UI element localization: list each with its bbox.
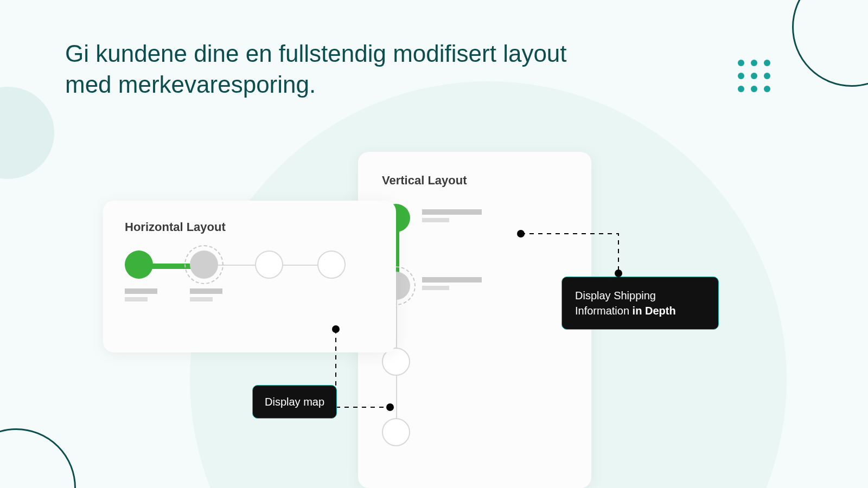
vertical-node-label-placeholder bbox=[422, 277, 482, 290]
callout-shipping-depth: Display Shipping Information in Depth bbox=[561, 277, 719, 330]
deco-blob bbox=[0, 87, 54, 179]
horizontal-node-current bbox=[190, 251, 218, 279]
vertical-node-pending bbox=[382, 418, 410, 446]
horizontal-node-label-placeholder bbox=[190, 288, 222, 301]
horizontal-tracker bbox=[125, 251, 374, 316]
callout-text-line1: Display Shipping bbox=[575, 290, 656, 301]
vertical-connector bbox=[396, 373, 397, 421]
deco-ring-top-right bbox=[792, 0, 868, 87]
diagram-stage: Gi kundene dine en fullstendig modifiser… bbox=[0, 0, 868, 488]
horizontal-node-label-placeholder bbox=[125, 288, 157, 301]
callout-text-line2b: in Depth bbox=[633, 305, 676, 317]
horizontal-node-pending bbox=[255, 251, 283, 279]
connector-anchor bbox=[332, 325, 340, 333]
connector-anchor bbox=[517, 230, 525, 237]
horizontal-layout-card: Horizontal Layout bbox=[103, 201, 396, 352]
horizontal-connector bbox=[280, 265, 321, 266]
horizontal-node-active bbox=[125, 251, 153, 279]
connector-anchor bbox=[386, 403, 394, 411]
horizontal-card-title: Horizontal Layout bbox=[125, 220, 374, 234]
callout-display-map: Display map bbox=[252, 385, 337, 419]
horizontal-node-pending bbox=[317, 251, 346, 279]
deco-dot-grid bbox=[738, 60, 770, 92]
callout-text-line2a: Information bbox=[575, 305, 633, 317]
deco-ring-bottom-left bbox=[0, 428, 76, 488]
vertical-tracker bbox=[382, 204, 567, 475]
vertical-card-title: Vertical Layout bbox=[382, 174, 567, 188]
vertical-node-label-placeholder bbox=[422, 209, 482, 222]
connector-anchor bbox=[615, 269, 622, 277]
page-headline: Gi kundene dine en fullstendig modifiser… bbox=[65, 38, 608, 100]
callout-text: Display map bbox=[265, 396, 324, 408]
